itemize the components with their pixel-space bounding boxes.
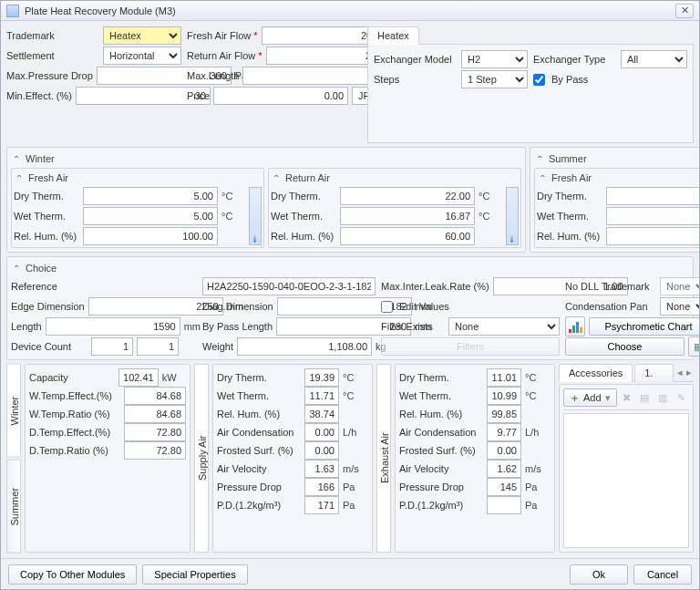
movedown-icon: ▥ <box>654 389 671 406</box>
steps-select[interactable]: 1 Step <box>461 70 528 88</box>
summer-group: ⌃Summer ⌃Fresh Air Dry Therm.°C Wet Ther… <box>530 147 699 253</box>
choice-title: Choice <box>26 263 57 274</box>
trademark-select[interactable]: Heatex <box>103 26 181 45</box>
exhaust-frost: 0.00 <box>487 441 521 460</box>
label-maxpd: Max.Pressure Drop <box>6 70 93 81</box>
condpan-select[interactable]: None <box>660 297 699 316</box>
tab-accessories[interactable]: Accessories <box>559 364 633 382</box>
wte-value: 84.68 <box>124 387 186 405</box>
moveup-icon: ▤ <box>636 389 653 406</box>
exhaust-vel: 1.62 <box>487 460 521 478</box>
label-capacity: Capacity <box>29 372 115 383</box>
ok-button[interactable]: Ok <box>570 564 628 585</box>
exchanger-model-select[interactable]: H2 <box>461 50 528 68</box>
winter-fresh-wet-input[interactable] <box>83 207 218 225</box>
supply-pd12: 171 <box>304 496 339 514</box>
sidetab-winter[interactable]: Winter <box>6 364 21 458</box>
summer-fresh-wet-input[interactable] <box>606 207 699 225</box>
filter-exists-select[interactable]: None <box>448 317 560 336</box>
cancel-button[interactable]: Cancel <box>633 564 692 585</box>
chevron-up-icon[interactable]: ⌃ <box>14 172 25 183</box>
winter-return-wet-input[interactable] <box>340 207 475 225</box>
length-input[interactable] <box>46 317 180 336</box>
label-weight: Weight <box>202 341 233 352</box>
tab-service-door[interactable]: 1. Service Doo <box>634 364 674 382</box>
label-wte: W.Temp.Effect.(%) <box>29 390 120 401</box>
label-dtr: D.Temp.Ratio (%) <box>29 445 120 456</box>
window-title: Plate Heat Recovery Module (M3) <box>25 5 675 16</box>
capacity-group: Capacity102.41kW W.Temp.Effect.(%)84.68 … <box>25 364 190 553</box>
sidetab-supply[interactable]: Supply Air <box>194 364 209 553</box>
weight-input[interactable] <box>237 337 372 356</box>
summer-fresh-group: ⌃Fresh Air Dry Therm.°C Wet Therm.°C Rel… <box>534 168 699 248</box>
content-area: Trademark Heatex Settlement Horizontal M… <box>1 21 699 558</box>
winter-return-group: ⌃Return Air Dry Therm.°C Wet Therm.°C Re… <box>268 168 521 248</box>
winter-return-dry-input[interactable] <box>340 187 475 205</box>
chevron-up-icon[interactable]: ⌃ <box>537 172 548 183</box>
winter-group: ⌃Winter ⌃Fresh Air Dry Therm.°C Wet Ther… <box>6 147 526 253</box>
chevron-up-icon[interactable]: ⌃ <box>11 263 22 274</box>
top-left-col2: Fresh Air Flow m³/h Return Air Flow m³/h… <box>187 26 362 143</box>
sidetab-exhaust[interactable]: Exhaust Air <box>376 364 391 553</box>
price-input[interactable] <box>213 87 348 105</box>
edit-values-checkbox[interactable] <box>381 301 393 313</box>
winter-fresh-rh-input[interactable] <box>83 227 218 245</box>
filters-button: Filters <box>381 337 560 356</box>
chevron-up-icon[interactable]: ⌃ <box>271 172 282 183</box>
exhaust-dry: 11.01 <box>487 368 521 387</box>
maxlen-input[interactable] <box>242 67 377 85</box>
copy-to-other-modules-button[interactable]: Copy To Other Modules <box>8 564 137 585</box>
settlement-select[interactable]: Horizontal <box>103 47 181 65</box>
label-mineff: Min.Effect. (%) <box>6 90 72 101</box>
table-icon-button[interactable]: ▦ <box>688 336 699 357</box>
winter-return-rh-input[interactable] <box>340 227 475 245</box>
thermometer-icon: 🌡 <box>249 187 262 245</box>
app-icon <box>6 5 19 17</box>
top-row: Trademark Heatex Settlement Horizontal M… <box>6 26 694 143</box>
exchanger-type-select[interactable]: All <box>621 50 687 68</box>
supply-rh: 38.74 <box>304 405 339 423</box>
delete-icon: ✖ <box>619 389 635 406</box>
label-diag: Diag.Dimension <box>202 301 273 312</box>
add-button[interactable]: ＋Add▾ <box>563 388 617 407</box>
thermometer-icon: 🌡 <box>506 187 519 245</box>
label-settlement: Settlement <box>6 50 99 61</box>
label-leak: Max.Inter.Leak.Rate (%) <box>381 281 489 292</box>
accessories-panel: Accessories 1. Service Doo ◂ ▸ ＋Add▾ ✖ ▤… <box>559 364 694 553</box>
reference-input[interactable] <box>202 277 376 295</box>
supply-wet: 11.71 <box>304 387 339 405</box>
winter-fresh-title: Fresh Air <box>28 172 68 183</box>
devcount2-input[interactable] <box>137 337 179 356</box>
heatex-panel: Heatex Exchanger Model H2 Exchanger Type… <box>367 26 694 143</box>
winter-fresh-dry-input[interactable] <box>83 187 218 205</box>
winter-return-title: Return Air <box>285 172 330 183</box>
label-edge: Edge Dimension <box>11 301 85 312</box>
seasons-row: ⌃Winter ⌃Fresh Air Dry Therm.°C Wet Ther… <box>6 147 694 253</box>
acc-body-wrap: ＋Add▾ ✖ ▤ ▥ ✎ <box>559 384 694 553</box>
wtr-value: 84.68 <box>124 405 186 423</box>
footer: Copy To Other Modules Special Properties… <box>1 558 699 589</box>
label-wet: Wet Therm. <box>14 211 79 222</box>
supply-frost: 0.00 <box>304 441 339 460</box>
psychrometric-chart-button[interactable]: Psychrometic Chart <box>589 317 699 336</box>
accessories-list[interactable] <box>563 413 689 548</box>
season-sidetabs: Winter Summer <box>6 364 21 553</box>
sidetab-summer[interactable]: Summer <box>6 460 21 554</box>
summer-fresh-dry-input[interactable] <box>606 187 699 205</box>
add-label: Add <box>583 392 602 403</box>
choose-button[interactable]: Choose <box>565 337 685 356</box>
tab-scroll-right-icon[interactable]: ▸ <box>685 367 694 378</box>
dtr-value: 72.80 <box>124 441 186 460</box>
exhaust-pd12 <box>487 496 521 514</box>
devcount1-input[interactable] <box>91 337 133 356</box>
chevron-up-icon[interactable]: ⌃ <box>534 153 545 164</box>
chart-icon-button[interactable] <box>565 316 585 336</box>
close-button[interactable]: ✕ <box>675 4 694 18</box>
tab-scroll-left-icon[interactable]: ◂ <box>675 367 685 378</box>
summer-fresh-rh-input[interactable] <box>606 227 699 245</box>
winter-title: Winter <box>26 153 55 164</box>
special-properties-button[interactable]: Special Properties <box>142 564 247 585</box>
chevron-up-icon[interactable]: ⌃ <box>11 153 22 164</box>
bypass-checkbox[interactable] <box>533 74 545 86</box>
tab-heatex[interactable]: Heatex <box>367 26 419 45</box>
